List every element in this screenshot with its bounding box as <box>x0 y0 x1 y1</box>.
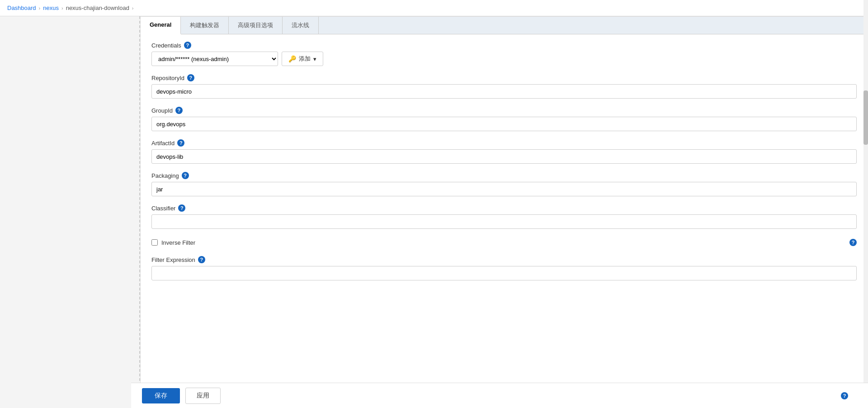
credentials-select[interactable]: admin/****** (nexus-admin) <box>151 52 278 66</box>
inverse-filter-label[interactable]: Inverse Filter <box>151 239 195 246</box>
credentials-help-icon[interactable]: ? <box>184 42 191 49</box>
inverse-filter-section: Inverse Filter ? <box>151 237 857 248</box>
dropdown-arrow-icon: ▾ <box>313 56 316 62</box>
breadcrumb-dashboard[interactable]: Dashboard <box>7 5 36 11</box>
inverse-filter-checkbox[interactable] <box>151 239 158 246</box>
sidebar <box>0 16 140 408</box>
apply-button[interactable]: 应用 <box>185 388 221 404</box>
tab-general[interactable]: General <box>141 17 181 34</box>
group-id-label: GroupId ? <box>151 107 857 114</box>
packaging-label: Packaging ? <box>151 172 857 179</box>
repository-id-help-icon[interactable]: ? <box>187 74 194 81</box>
tab-advanced[interactable]: 高级项目选项 <box>229 17 283 34</box>
group-id-input[interactable] <box>151 117 857 131</box>
classifier-label: Classifier ? <box>151 204 857 212</box>
classifier-input[interactable] <box>151 214 857 229</box>
breadcrumb-sep-2: › <box>61 5 63 11</box>
breadcrumb-sep-1: › <box>39 5 41 11</box>
filter-expression-label: Filter Expression ? <box>151 256 857 263</box>
filter-expression-section: Filter Expression ? <box>151 256 857 280</box>
inverse-filter-row: Inverse Filter ? <box>151 237 857 248</box>
bottom-help-icon[interactable]: ? <box>841 392 848 399</box>
filter-expression-help-icon[interactable]: ? <box>198 256 205 263</box>
bottom-bar: 保存 应用 ? <box>131 383 868 408</box>
packaging-input[interactable] <box>151 182 857 196</box>
save-button[interactable]: 保存 <box>142 388 180 403</box>
repository-id-section: RepositoryId ? <box>151 74 857 99</box>
filter-expression-input[interactable] <box>151 266 857 280</box>
classifier-section: Classifier ? <box>151 204 857 229</box>
form-area: Credentials ? admin/****** (nexus-admin)… <box>141 34 868 296</box>
repository-id-label: RepositoryId ? <box>151 74 857 81</box>
artifact-id-label: ArtifactId ? <box>151 139 857 147</box>
artifact-id-section: ArtifactId ? <box>151 139 857 164</box>
inverse-filter-help-icon[interactable]: ? <box>849 239 857 246</box>
packaging-help-icon[interactable]: ? <box>182 172 189 179</box>
credentials-section: Credentials ? admin/****** (nexus-admin)… <box>151 42 857 66</box>
artifact-id-input[interactable] <box>151 149 857 164</box>
group-id-section: GroupId ? <box>151 107 857 131</box>
breadcrumb: Dashboard › nexus › nexus-chajian-downlo… <box>0 0 868 16</box>
add-credentials-button[interactable]: 🔑 添加 ▾ <box>282 52 323 66</box>
classifier-help-icon[interactable]: ? <box>178 204 185 212</box>
artifact-id-help-icon[interactable]: ? <box>177 139 184 147</box>
main-container: General 构建触发器 高级项目选项 流水线 Credentials ? a… <box>0 16 868 408</box>
tab-build-triggers[interactable]: 构建触发器 <box>181 17 229 34</box>
group-id-help-icon[interactable]: ? <box>175 107 183 114</box>
tabs: General 构建触发器 高级项目选项 流水线 <box>141 17 868 34</box>
credentials-row: admin/****** (nexus-admin) 🔑 添加 ▾ <box>151 52 857 66</box>
scrollbar-thumb[interactable] <box>863 90 868 145</box>
content-panel: General 构建触发器 高级项目选项 流水线 Credentials ? a… <box>140 16 868 408</box>
breadcrumb-sep-3: › <box>132 5 134 11</box>
breadcrumb-current: nexus-chajian-download <box>66 5 129 11</box>
packaging-section: Packaging ? <box>151 172 857 196</box>
scrollbar-track[interactable] <box>863 0 868 408</box>
tab-pipeline[interactable]: 流水线 <box>283 17 319 34</box>
key-icon: 🔑 <box>288 55 296 62</box>
repository-id-input[interactable] <box>151 84 857 99</box>
breadcrumb-nexus[interactable]: nexus <box>43 5 59 11</box>
credentials-label: Credentials ? <box>151 42 857 49</box>
